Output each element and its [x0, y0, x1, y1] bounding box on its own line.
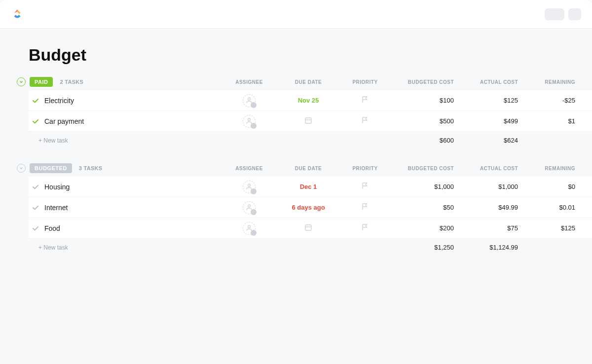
col-priority[interactable]: PRIORITY [340, 79, 390, 85]
assignee-add-icon[interactable] [243, 181, 256, 193]
due-date[interactable]: Dec 1 [300, 183, 317, 190]
task-count: 2 TASKS [60, 79, 83, 85]
group-header: BUDGETED 3 TASKS ASSIGNEE DUE DATE PRIOR… [0, 160, 592, 177]
clickup-logo-icon [11, 8, 24, 21]
due-cell[interactable] [276, 223, 340, 233]
remaining-cell[interactable]: $1 [528, 117, 592, 125]
task-row[interactable]: Housing Dec 1 $1,000 $1,000 $0 [29, 177, 592, 197]
topbar [0, 0, 592, 29]
remaining-cell[interactable]: $0 [528, 183, 592, 190]
assignee-cell[interactable] [222, 115, 276, 128]
flag-icon[interactable] [361, 182, 370, 190]
budgeted-cell[interactable]: $1,000 [390, 183, 464, 190]
col-assignee[interactable]: ASSIGNEE [222, 79, 276, 85]
check-icon[interactable] [29, 224, 42, 232]
check-icon[interactable] [29, 117, 42, 125]
assignee-add-icon[interactable] [243, 222, 256, 235]
task-name[interactable]: Internet [42, 204, 222, 212]
actual-cell[interactable]: $49.99 [464, 204, 528, 211]
col-assignee[interactable]: ASSIGNEE [222, 166, 276, 171]
assignee-add-icon[interactable] [243, 201, 256, 214]
check-icon[interactable] [29, 97, 42, 105]
due-date[interactable]: Nov 25 [298, 97, 319, 104]
task-row[interactable]: Electricity Nov 25 $100 $125 -$25 [29, 90, 592, 111]
priority-cell[interactable] [340, 202, 390, 213]
col-budgeted[interactable]: BUDGETED COST [390, 79, 464, 85]
actual-cell[interactable]: $499 [464, 117, 528, 125]
calendar-icon[interactable] [304, 223, 313, 232]
new-task-button[interactable]: + New task [0, 132, 68, 144]
collapse-icon[interactable] [17, 164, 26, 173]
topbar-button-a[interactable] [545, 8, 564, 20]
topbar-button-b[interactable] [568, 8, 581, 20]
status-badge[interactable]: PAID [30, 77, 53, 87]
due-date[interactable]: 6 days ago [292, 204, 325, 211]
col-due[interactable]: DUE DATE [276, 166, 340, 171]
flag-icon[interactable] [361, 116, 370, 125]
task-count: 3 TASKS [79, 165, 103, 171]
col-actual[interactable]: ACTUAL COST [464, 166, 528, 171]
priority-cell[interactable] [340, 95, 390, 106]
status-badge[interactable]: BUDGETED [30, 163, 72, 173]
group-budgeted: BUDGETED 3 TASKS ASSIGNEE DUE DATE PRIOR… [0, 160, 592, 251]
task-name[interactable]: Food [42, 224, 222, 232]
budgeted-cell[interactable]: $500 [390, 117, 464, 125]
col-actual[interactable]: ACTUAL COST [464, 79, 528, 85]
budgeted-cell[interactable]: $100 [390, 97, 464, 104]
assignee-add-icon[interactable] [243, 115, 256, 128]
assignee-cell[interactable] [222, 94, 276, 107]
task-row[interactable]: Internet 6 days ago $50 $49.99 $0.01 [29, 197, 592, 218]
assignee-cell[interactable] [222, 181, 276, 193]
due-cell[interactable]: Dec 1 [276, 183, 340, 190]
actual-cell[interactable]: $75 [464, 224, 528, 232]
check-icon[interactable] [29, 204, 42, 212]
priority-cell[interactable] [340, 182, 390, 192]
col-priority[interactable]: PRIORITY [340, 166, 390, 171]
budgeted-cell[interactable]: $200 [390, 224, 464, 232]
check-icon[interactable] [29, 183, 42, 191]
col-budgeted[interactable]: BUDGETED COST [390, 166, 464, 171]
total-actual: $624 [464, 137, 528, 144]
task-row[interactable]: Car payment $500 $499 $1 [29, 111, 592, 132]
actual-cell[interactable]: $125 [464, 97, 528, 104]
due-cell[interactable]: 6 days ago [276, 204, 340, 211]
flag-icon[interactable] [361, 202, 370, 211]
priority-cell[interactable] [340, 116, 390, 126]
priority-cell[interactable] [340, 223, 390, 233]
task-name[interactable]: Electricity [42, 97, 222, 105]
assignee-cell[interactable] [222, 201, 276, 214]
remaining-cell[interactable]: $125 [528, 224, 592, 232]
task-row[interactable]: Food $200 $75 $125 [29, 218, 592, 239]
task-name[interactable]: Car payment [42, 117, 222, 125]
total-budgeted: $600 [390, 137, 464, 144]
calendar-icon[interactable] [304, 116, 313, 125]
task-name[interactable]: Housing [42, 183, 222, 191]
page-title: Budget [0, 29, 592, 73]
group-header: PAID 2 TASKS ASSIGNEE DUE DATE PRIORITY … [0, 73, 592, 90]
due-cell[interactable] [276, 116, 340, 126]
logo [11, 8, 24, 21]
topbar-actions [545, 8, 581, 20]
col-remaining[interactable]: REMAINING [528, 79, 592, 85]
actual-cell[interactable]: $1,000 [464, 183, 528, 190]
remaining-cell[interactable]: -$25 [528, 97, 592, 104]
flag-icon[interactable] [361, 95, 370, 104]
total-budgeted: $1,250 [390, 244, 464, 251]
total-actual: $1,124.99 [464, 244, 528, 251]
col-due[interactable]: DUE DATE [276, 79, 340, 85]
new-task-button[interactable]: + New task [0, 239, 68, 251]
flag-icon[interactable] [361, 223, 370, 232]
assignee-cell[interactable] [222, 222, 276, 235]
assignee-add-icon[interactable] [243, 94, 256, 107]
due-cell[interactable]: Nov 25 [276, 97, 340, 104]
collapse-icon[interactable] [17, 77, 26, 86]
budgeted-cell[interactable]: $50 [390, 204, 464, 211]
col-remaining[interactable]: REMAINING [528, 166, 592, 171]
group-paid: PAID 2 TASKS ASSIGNEE DUE DATE PRIORITY … [0, 73, 592, 144]
remaining-cell[interactable]: $0.01 [528, 204, 592, 211]
